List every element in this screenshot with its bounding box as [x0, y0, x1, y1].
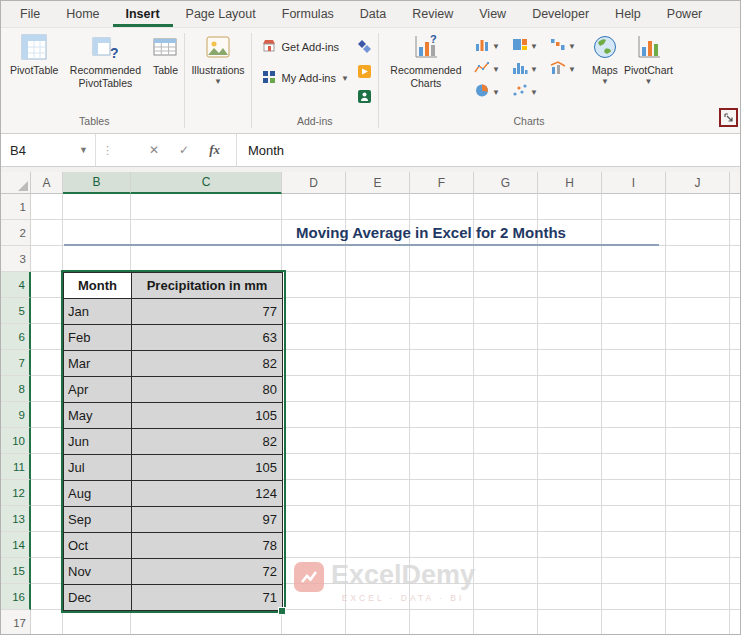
- cell-F16[interactable]: [410, 584, 474, 610]
- cell-H3[interactable]: [538, 246, 602, 272]
- cell-J5[interactable]: [666, 298, 730, 324]
- cell-H8[interactable]: [538, 376, 602, 402]
- cell-E15[interactable]: [346, 558, 410, 584]
- cell-A8[interactable]: [31, 376, 63, 402]
- cell-J12[interactable]: [666, 480, 730, 506]
- cell-C13[interactable]: 97: [132, 507, 283, 533]
- cell-B7[interactable]: Mar: [64, 351, 132, 377]
- cell-C14[interactable]: 78: [132, 533, 283, 559]
- cell-C8[interactable]: 80: [132, 377, 283, 403]
- cell-F10[interactable]: [410, 428, 474, 454]
- insert-column-chart-button[interactable]: ▼: [474, 35, 511, 57]
- cell-A13[interactable]: [31, 506, 63, 532]
- cell-G13[interactable]: [474, 506, 538, 532]
- cell-C17[interactable]: [131, 610, 282, 635]
- cell-A10[interactable]: [31, 428, 63, 454]
- insert-waterfall-chart-button[interactable]: ▼: [550, 35, 587, 57]
- cell-H5[interactable]: [538, 298, 602, 324]
- tab-help[interactable]: Help: [602, 1, 654, 27]
- tab-view[interactable]: View: [466, 1, 519, 27]
- column-header-H[interactable]: H: [538, 172, 602, 194]
- cell-A17[interactable]: [31, 610, 63, 635]
- cell-B3[interactable]: [63, 246, 131, 272]
- cell-A7[interactable]: [31, 350, 63, 376]
- cell-D3[interactable]: [282, 246, 346, 272]
- cell-D15[interactable]: [282, 558, 346, 584]
- row-header-2[interactable]: 2: [1, 220, 31, 246]
- cell-H13[interactable]: [538, 506, 602, 532]
- cell-K8[interactable]: [730, 376, 741, 402]
- cell-F12[interactable]: [410, 480, 474, 506]
- cell-F7[interactable]: [410, 350, 474, 376]
- cell-K12[interactable]: [730, 480, 741, 506]
- cell-H14[interactable]: [538, 532, 602, 558]
- cell-C5[interactable]: 77: [132, 299, 283, 325]
- cell-D6[interactable]: [282, 324, 346, 350]
- cell-C3[interactable]: [131, 246, 282, 272]
- cell-K1[interactable]: [730, 194, 741, 220]
- cell-I8[interactable]: [602, 376, 666, 402]
- cell-K13[interactable]: [730, 506, 741, 532]
- get-addins-button[interactable]: Get Add-ins: [261, 38, 349, 56]
- cancel-icon[interactable]: ✕: [149, 143, 159, 157]
- cell-F11[interactable]: [410, 454, 474, 480]
- row-header-1[interactable]: 1: [1, 194, 31, 220]
- cell-I12[interactable]: [602, 480, 666, 506]
- cell-J8[interactable]: [666, 376, 730, 402]
- table-button[interactable]: Table: [149, 31, 181, 78]
- cell-E1[interactable]: [346, 194, 410, 220]
- cell-G11[interactable]: [474, 454, 538, 480]
- name-box[interactable]: B4 ▼: [1, 134, 96, 166]
- cell-C10[interactable]: 82: [132, 429, 283, 455]
- cell-I5[interactable]: [602, 298, 666, 324]
- cell-A16[interactable]: [31, 584, 63, 610]
- cell-K4[interactable]: [730, 272, 741, 298]
- row-header-7[interactable]: 7: [1, 350, 31, 376]
- cell-E5[interactable]: [346, 298, 410, 324]
- cell-D4[interactable]: [282, 272, 346, 298]
- tab-page-layout[interactable]: Page Layout: [173, 1, 269, 27]
- cell-K15[interactable]: [730, 558, 741, 584]
- cell-B17[interactable]: [63, 610, 131, 635]
- cell-G7[interactable]: [474, 350, 538, 376]
- cell-F14[interactable]: [410, 532, 474, 558]
- cell-D7[interactable]: [282, 350, 346, 376]
- cell-H7[interactable]: [538, 350, 602, 376]
- cell-I6[interactable]: [602, 324, 666, 350]
- charts-dialog-launcher-button[interactable]: [721, 110, 736, 125]
- cell-K3[interactable]: [730, 246, 741, 272]
- column-header-G[interactable]: G: [474, 172, 538, 194]
- column-header-E[interactable]: E: [346, 172, 410, 194]
- cell-I10[interactable]: [602, 428, 666, 454]
- cell-I17[interactable]: [602, 610, 666, 635]
- cell-I1[interactable]: [602, 194, 666, 220]
- cell-K2[interactable]: [730, 220, 741, 246]
- bing-maps-icon[interactable]: [358, 64, 371, 82]
- cell-E9[interactable]: [346, 402, 410, 428]
- cell-F15[interactable]: [410, 558, 474, 584]
- cell-I16[interactable]: [602, 584, 666, 610]
- cell-H6[interactable]: [538, 324, 602, 350]
- cell-G1[interactable]: [474, 194, 538, 220]
- pivotchart-button[interactable]: PivotChart ▼: [621, 31, 676, 87]
- cell-K5[interactable]: [730, 298, 741, 324]
- cell-E10[interactable]: [346, 428, 410, 454]
- column-header-I[interactable]: I: [602, 172, 666, 194]
- cell-E16[interactable]: [346, 584, 410, 610]
- insert-scatter-chart-button[interactable]: ▼: [512, 81, 549, 103]
- cell-I14[interactable]: [602, 532, 666, 558]
- cell-G14[interactable]: [474, 532, 538, 558]
- cell-E17[interactable]: [346, 610, 410, 635]
- cell-J14[interactable]: [666, 532, 730, 558]
- cell-C7[interactable]: 82: [132, 351, 283, 377]
- cell-E6[interactable]: [346, 324, 410, 350]
- cell-A6[interactable]: [31, 324, 63, 350]
- cell-J6[interactable]: [666, 324, 730, 350]
- column-header-A[interactable]: A: [31, 172, 63, 194]
- cell-E7[interactable]: [346, 350, 410, 376]
- cell-I3[interactable]: [602, 246, 666, 272]
- cell-E3[interactable]: [346, 246, 410, 272]
- cell-C1[interactable]: [131, 194, 282, 220]
- tab-review[interactable]: Review: [399, 1, 466, 27]
- cell-D14[interactable]: [282, 532, 346, 558]
